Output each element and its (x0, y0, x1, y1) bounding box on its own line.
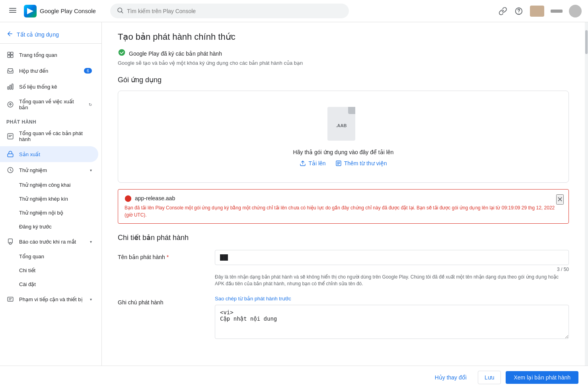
sidebar-item-thu-nghiem-cong-khai[interactable]: Thử nghiệm công khai (0, 178, 98, 192)
back-arrow-icon (6, 30, 14, 39)
check-circle-icon (118, 48, 126, 58)
ten-ban-control: 3 / 50 Đây là tên nhận dạng bản phát hàn… (215, 250, 569, 287)
search-input[interactable] (127, 8, 343, 14)
scroll-track (585, 22, 588, 366)
expand-icon: ▾ (90, 240, 92, 244)
copy-link-label: Sao chép từ bản phát hành trước (215, 296, 291, 302)
dashboard-icon (6, 51, 14, 59)
error-icon: ⬤ (125, 194, 132, 202)
sidebar-label: Sản xuất (19, 151, 40, 157)
app-logo[interactable]: Google Play Console (24, 5, 96, 17)
search-bar[interactable] (110, 4, 349, 18)
svg-rect-19 (10, 242, 12, 244)
back-to-all-apps[interactable]: Tất cả ứng dụng (0, 25, 101, 44)
sidebar-item-tong-quan-ban-phat-hanh[interactable]: Tổng quan về các bản phát hành (0, 126, 98, 146)
sidebar-item-hop-thu-den[interactable]: Hộp thư đến 6 (0, 63, 98, 79)
sidebar-item-tong-quan-xuat-ban[interactable]: Tổng quan về việc xuất bản ↻ (0, 95, 98, 114)
error-alert: ⬤ app-release.aab ✕ Bạn đã tải lên Play … (118, 189, 569, 224)
sidebar-item-dang-ky-truoc[interactable]: Đăng ký trước (0, 220, 98, 234)
experiments-icon (6, 166, 14, 174)
library-button[interactable]: Thêm từ thư viện (335, 160, 387, 166)
scroll-thumb[interactable] (585, 30, 588, 54)
error-filename: app-release.aab (135, 195, 175, 201)
upload-box[interactable]: .AAB Hãy thả gói ứng dụng vào đây để tải… (118, 91, 569, 183)
inbox-badge: 6 (84, 68, 92, 74)
sidebar-item-thu-nghiem-khep-kin[interactable]: Thử nghiệm khép kín (0, 192, 98, 206)
sidebar-item-bao-cao-chi-tiet[interactable]: Chi tiết (0, 263, 98, 277)
ten-ban-label: Tên bản phát hành * (118, 250, 205, 260)
goi-ung-dung-title: Gói ứng dụng (118, 75, 569, 84)
logo-icon (24, 5, 37, 17)
ten-ban-counter: 3 / 50 (215, 267, 569, 272)
sidebar-item-bao-cao-parent[interactable]: Báo cáo trước khi ra mắt ▾ (0, 234, 98, 250)
form-row-ten-ban: Tên bản phát hành * 3 / 50 Đây là tên nh… (118, 250, 569, 287)
sidebar-label: Chi tiết (19, 267, 35, 273)
signed-desc: Google sẽ tạo và bảo vệ một khóa ký ứng … (118, 60, 569, 66)
signed-notice: Google Play đã ký các bản phát hành (118, 48, 569, 58)
layout: Tất cả ứng dụng Trang tổng quan Hộp thư … (0, 22, 588, 366)
svg-line-5 (121, 12, 123, 13)
reach-icon (6, 295, 14, 303)
svg-point-7 (519, 13, 519, 13)
back-label: Tất cả ứng dụng (17, 31, 59, 38)
link-icon[interactable] (498, 6, 508, 16)
svg-rect-8 (8, 52, 10, 54)
bottom-bar: Hủy thay đổi Lưu Xem lại bản phát hành (0, 366, 588, 389)
avatar[interactable] (569, 5, 582, 17)
sidebar-label: Thử nghiệm nội bộ (19, 210, 63, 216)
upload-hint: Hãy thả gói ứng dụng vào đây để tải lên (293, 149, 394, 155)
search-icon (117, 7, 124, 15)
user-name-bar (551, 10, 563, 13)
library-btn-label: Thêm từ thư viện (344, 160, 387, 166)
svg-rect-9 (11, 52, 13, 54)
refresh-icon: ↻ (89, 103, 92, 107)
menu-icon[interactable] (6, 4, 19, 18)
upload-actions: Tải lên Thêm từ thư viện (300, 160, 387, 166)
form-row-ghi-chu: Ghi chú phát hành Sao chép từ bản phát h… (118, 295, 569, 340)
error-header: ⬤ app-release.aab (125, 194, 562, 202)
sidebar-item-trang-tong-quan[interactable]: Trang tổng quan (0, 47, 98, 63)
svg-rect-11 (11, 55, 13, 58)
ten-ban-hint: Đây là tên nhận dạng bản phát hành và sẽ… (215, 274, 569, 287)
sidebar-label: Thử nghiệm khép kín (19, 196, 68, 202)
help-icon[interactable] (514, 6, 524, 16)
sidebar-label: Tổng quan về các bản phát hành (19, 130, 92, 142)
copy-link[interactable]: Sao chép từ bản phát hành trước (215, 296, 291, 302)
main-content: Tạo bản phát hành chính thức Google Play… (102, 22, 585, 366)
save-button[interactable]: Lưu (478, 371, 501, 384)
cancel-button[interactable]: Hủy thay đổi (428, 371, 473, 384)
upload-btn-label: Tải lên (308, 160, 325, 166)
sidebar-label: Số liệu thống kê (19, 84, 57, 90)
svg-marker-3 (27, 8, 33, 14)
sidebar-item-so-lieu-thong-ke[interactable]: Số liệu thống kê (0, 79, 98, 95)
required-mark: * (167, 254, 169, 260)
svg-rect-20 (8, 297, 13, 302)
expand-icon: ▾ (90, 297, 92, 302)
error-message: Bạn đã tải lên Play Console một gói ứng … (125, 204, 562, 219)
user-thumbnail[interactable] (530, 6, 544, 17)
chi-tiet-title: Chi tiết bản phát hành (118, 233, 569, 242)
review-button[interactable]: Xem lại bản phát hành (506, 371, 578, 384)
ten-ban-input[interactable] (215, 250, 569, 265)
report-icon (6, 238, 14, 246)
page-title: Tạo bản phát hành chính thức (118, 32, 569, 42)
sidebar-item-bao-cao-tong-quan[interactable]: Tổng quan (0, 250, 98, 263)
sidebar-label: Hộp thư đến (19, 68, 48, 74)
error-close-button[interactable]: ✕ (556, 194, 564, 205)
topbar: Google Play Console (0, 0, 588, 22)
sidebar-item-san-xuat[interactable]: Sản xuất (0, 146, 98, 162)
sidebar-label: Báo cáo trước khi ra mắt (19, 239, 76, 245)
svg-rect-1 (9, 10, 16, 11)
sidebar-item-pham-vi-parent[interactable]: Phạm vi tiếp cận và thiết bị ▾ (0, 291, 98, 307)
sidebar-label: Thử nghiệm (19, 167, 47, 173)
svg-rect-10 (8, 55, 10, 58)
sidebar-item-bao-cao-cai-dat[interactable]: Cài đặt (0, 277, 98, 291)
sidebar-item-thu-nghiem-noi-bo[interactable]: Thử nghiệm nội bộ (0, 206, 98, 220)
sidebar-label: Đăng ký trước (19, 224, 52, 230)
section-phat-hanh: Phát hành (0, 114, 101, 126)
sidebar-label: Tổng quan (19, 254, 44, 259)
ghi-chu-textarea[interactable]: <vi> Cập nhật nội dung (215, 305, 569, 339)
upload-button[interactable]: Tải lên (300, 160, 325, 166)
sidebar: Tất cả ứng dụng Trang tổng quan Hộp thư … (0, 22, 102, 366)
sidebar-item-thu-nghiem-parent[interactable]: Thử nghiệm ▾ (0, 162, 98, 178)
